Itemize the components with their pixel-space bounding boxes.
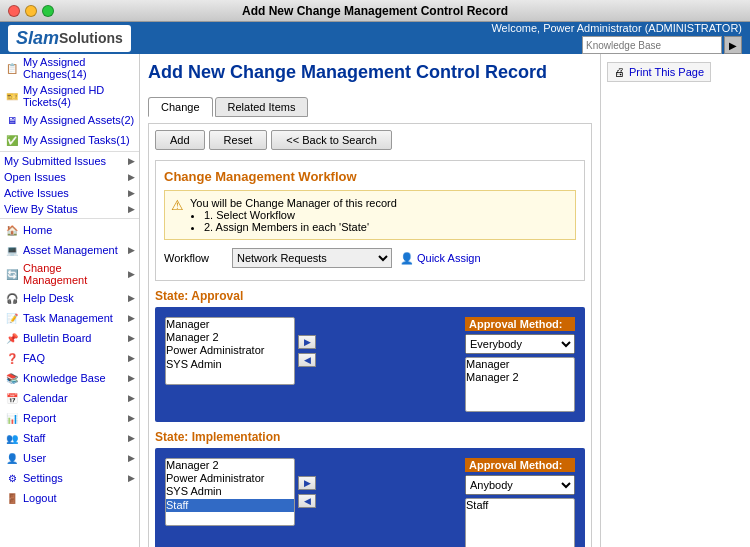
workflow-info-item2: 2. Assign Members in each 'State' [204,221,397,233]
workflow-info: ⚠ You will be Change Manager of this rec… [164,190,576,240]
window-title: Add New Change Management Control Record [242,4,508,18]
sidebar-item-my-changes[interactable]: 📋 My Assigned Changes(14) [0,54,139,82]
hd-tickets-icon: 🎫 [4,88,20,104]
impl-method-select[interactable]: Everybody Anybody Majority [465,475,575,495]
bulletin-board-icon: 📌 [4,330,20,346]
right-panel: 🖨 Print This Page [600,54,750,547]
close-button[interactable] [8,5,20,17]
logout-icon: 🚪 [4,490,20,506]
state-implementation-content: Manager 2 Power Administrator SYS Admin … [155,448,585,547]
sidebar-item-home[interactable]: 🏠 Home [0,220,139,240]
tabs: Change Related Items [148,97,592,117]
sidebar-item-settings[interactable]: ⚙ Settings ▶ [0,468,139,488]
staff-icon: 👥 [4,430,20,446]
sidebar-item-staff[interactable]: 👥 Staff ▶ [0,428,139,448]
impl-arrow-buttons: ▶ ◀ [298,476,316,508]
logo: Slam Solutions [8,25,131,52]
impl-available-area: Manager 2 Power Administrator SYS Admin … [165,458,457,526]
sidebar-view-by-status[interactable]: View By Status ▶ [0,201,139,217]
approval-method-area: Approval Method: Everybody Anybody Major… [465,317,575,412]
sidebar-item-report[interactable]: 📊 Report ▶ [0,408,139,428]
kb-search-input[interactable] [582,36,722,54]
warning-icon: ⚠ [171,197,184,213]
impl-move-left-button[interactable]: ◀ [298,494,316,508]
kb-search-button[interactable]: ▶ [724,36,742,54]
printer-icon: 🖨 [614,66,625,78]
impl-assigned-list[interactable]: Staff [465,498,575,547]
sidebar-item-my-hd[interactable]: 🎫 My Assigned HD Tickets(4) [0,82,139,110]
sidebar-item-task-management[interactable]: 📝 Task Management ▶ [0,308,139,328]
tasks-icon: ✅ [4,132,20,148]
title-bar: Add New Change Management Control Record [0,0,750,22]
workflow-label: Workflow [164,252,224,264]
sidebar-item-knowledge-base[interactable]: 📚 Knowledge Base ▶ [0,368,139,388]
workflow-info-line1: You will be Change Manager of this recor… [190,197,397,209]
minimize-button[interactable] [25,5,37,17]
logo-solutions: Solutions [59,30,123,46]
add-button[interactable]: Add [155,130,205,150]
state-implementation-title: State: Implementation [155,430,585,444]
sidebar-item-logout[interactable]: 🚪 Logout [0,488,139,508]
approval-move-right-button[interactable]: ▶ [298,335,316,349]
quick-assign-icon: 👤 [400,252,414,265]
approval-move-left-button[interactable]: ◀ [298,353,316,367]
state-approval-section: State: Approval Manager Manager 2 Power … [155,289,585,422]
maximize-button[interactable] [42,5,54,17]
user-icon: 👤 [4,450,20,466]
impl-method-area: Approval Method: Everybody Anybody Major… [465,458,575,547]
sidebar: 📋 My Assigned Changes(14) 🎫 My Assigned … [0,54,140,547]
welcome-text: Welcome, Power Administrator (ADMINISTRA… [491,22,742,34]
page-title: Add New Change Management Control Record [148,62,547,83]
workflow-row: Workflow Network Requests 👤 Quick Assign [164,248,576,268]
main-content: Add New Change Management Control Record… [140,54,600,547]
approval-method-label: Approval Method: [465,317,575,331]
asset-management-icon: 💻 [4,242,20,258]
workflow-title: Change Management Workflow [164,169,576,184]
impl-available-list[interactable]: Manager 2 Power Administrator SYS Admin … [165,458,295,526]
sidebar-item-faq[interactable]: ❓ FAQ ▶ [0,348,139,368]
body-layout: 📋 My Assigned Changes(14) 🎫 My Assigned … [0,54,750,547]
back-to-search-button[interactable]: << Back to Search [271,130,392,150]
state-approval-content: Manager Manager 2 Power Administrator SY… [155,307,585,422]
settings-icon: ⚙ [4,470,20,486]
logo-slam: Slam [16,28,59,49]
state-approval-title: State: Approval [155,289,585,303]
task-management-icon: 📝 [4,310,20,326]
reset-button[interactable]: Reset [209,130,268,150]
impl-method-label: Approval Method: [465,458,575,472]
sidebar-item-user[interactable]: 👤 User ▶ [0,448,139,468]
assigned-changes-icon: 📋 [4,60,20,76]
window-controls [8,5,54,17]
impl-move-right-button[interactable]: ▶ [298,476,316,490]
change-management-icon: 🔄 [4,266,20,282]
app-header: Slam Solutions Welcome, Power Administra… [0,22,750,54]
approval-assigned-list[interactable]: Manager Manager 2 [465,357,575,412]
sidebar-item-bulletin-board[interactable]: 📌 Bulletin Board ▶ [0,328,139,348]
approval-available-list[interactable]: Manager Manager 2 Power Administrator SY… [165,317,295,385]
quick-assign-link[interactable]: 👤 Quick Assign [400,252,481,265]
sidebar-item-asset-management[interactable]: 💻 Asset Management ▶ [0,240,139,260]
tab-related-items[interactable]: Related Items [215,97,309,117]
approval-method-select[interactable]: Everybody Anybody Majority [465,334,575,354]
report-icon: 📊 [4,410,20,426]
sidebar-item-help-desk[interactable]: 🎧 Help Desk ▶ [0,288,139,308]
faq-icon: ❓ [4,350,20,366]
workflow-section: Change Management Workflow ⚠ You will be… [155,160,585,281]
sidebar-open-issues[interactable]: Open Issues ▶ [0,169,139,185]
workflow-info-item1: 1. Select Workflow [204,209,397,221]
home-icon: 🏠 [4,222,20,238]
sidebar-item-change-management[interactable]: 🔄 Change Management ▶ [0,260,139,288]
print-this-page-button[interactable]: 🖨 Print This Page [607,62,711,82]
header-right: Welcome, Power Administrator (ADMINISTRA… [491,22,742,54]
sidebar-active-issues[interactable]: Active Issues ▶ [0,185,139,201]
sidebar-item-my-tasks[interactable]: ✅ My Assigned Tasks(1) [0,130,139,150]
tab-change[interactable]: Change [148,97,213,117]
workflow-select[interactable]: Network Requests [232,248,392,268]
approval-arrow-buttons: ▶ ◀ [298,335,316,367]
assets-icon: 🖥 [4,112,20,128]
sidebar-submitted-issues[interactable]: My Submitted Issues ▶ [0,153,139,169]
toolbar: Add Reset << Back to Search [155,130,585,150]
sidebar-item-calendar[interactable]: 📅 Calendar ▶ [0,388,139,408]
sidebar-item-my-assets[interactable]: 🖥 My Assigned Assets(2) [0,110,139,130]
knowledge-base-icon: 📚 [4,370,20,386]
